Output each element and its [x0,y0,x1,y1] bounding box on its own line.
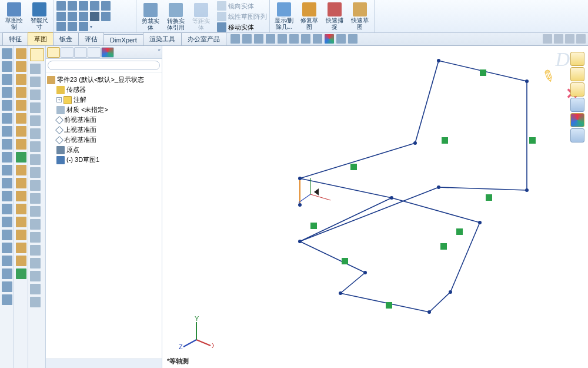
tree-material[interactable]: 材质 <未指定> [47,105,161,115]
spline-icon[interactable] [90,1,99,11]
col1-icon[interactable] [2,268,12,279]
filter-input[interactable] [48,61,160,70]
tree-root[interactable]: 零件23 (默认<默认>_显示状态 [47,75,161,85]
display-style-icon[interactable] [289,34,299,44]
tab-dimxpert[interactable]: DimXpert [103,34,143,45]
col2-icon[interactable] [16,113,26,124]
tree-tab-appear[interactable] [101,47,114,58]
col2-icon[interactable] [16,152,26,163]
poly-icon[interactable] [68,12,77,21]
task-view-palette-icon[interactable] [570,98,584,112]
col2-icon[interactable] [16,139,26,150]
col1-icon[interactable] [2,230,12,240]
col2-icon[interactable] [16,87,26,98]
pt-icon[interactable] [101,12,111,21]
trim-button[interactable]: 剪裁实 体 [139,2,162,32]
task-file-explorer-icon[interactable] [570,82,584,97]
col2-icon[interactable] [16,61,26,72]
tab-sketch[interactable]: 草图 [28,32,54,45]
restore-icon[interactable] [565,34,574,44]
close-icon[interactable] [576,34,586,44]
col2-icon[interactable] [16,48,26,59]
tree-tab-config[interactable] [74,47,87,58]
col1-icon[interactable] [2,178,12,188]
tree-3dsketch[interactable]: (-) 3D草图1 [47,155,161,165]
col2-icon[interactable] [16,230,26,240]
col1-icon[interactable] [2,126,12,137]
col1-icon[interactable] [2,113,12,124]
col2-icon[interactable] [16,74,26,85]
col3-icon[interactable] [30,258,41,268]
tab-render[interactable]: 渲染工具 [143,32,182,45]
col3-icon[interactable] [30,193,41,204]
tree-tab-prop[interactable] [61,47,74,58]
prev-view-icon[interactable] [254,34,263,44]
slot-icon[interactable] [79,12,88,21]
rotate-icon[interactable] [348,34,358,44]
col2-icon[interactable] [16,100,26,111]
snap-button[interactable]: 快速捕 捉 [323,1,346,31]
min-icon[interactable] [543,34,552,44]
task-appearances-icon[interactable] [570,113,584,127]
col1-icon[interactable] [2,191,12,201]
tree-tab-dim[interactable] [88,47,101,58]
col3-icon[interactable] [30,141,41,152]
move-menu[interactable]: 移动实体 [217,22,267,32]
col2-icon[interactable] [16,243,26,253]
section-icon[interactable] [266,34,275,44]
circle-icon[interactable] [68,1,77,11]
tree-right-plane[interactable]: 右视基准面 [47,135,161,145]
col3-icon[interactable] [30,167,41,178]
mirror-menu[interactable]: 镜向实体 [217,1,267,11]
hide-show-icon[interactable] [301,34,310,44]
col2-icon[interactable] [16,268,26,279]
col1-icon[interactable] [2,61,12,72]
task-custom-props-icon[interactable] [570,128,584,142]
col3-icon[interactable] [30,77,41,87]
smart-dimension-button[interactable]: 智能尺 寸 [28,1,51,31]
col3-icon[interactable] [30,271,41,281]
tab-office[interactable]: 办公室产品 [181,32,226,45]
plane-icon[interactable] [79,22,88,31]
scene-icon[interactable] [313,34,322,44]
zoom-fit-icon[interactable] [230,34,240,44]
col2-icon[interactable] [16,178,26,188]
col3-3d-icon[interactable] [30,48,44,61]
chamfer-icon[interactable] [68,22,77,31]
ellipse-icon[interactable] [101,1,111,11]
col3-icon[interactable] [30,115,41,126]
col1-icon[interactable] [2,281,12,292]
feature-tree[interactable]: 零件23 (默认<默认>_显示状态 传感器 +注解 材质 <未指定> 前视基准面… [46,72,162,359]
col3-icon[interactable] [30,64,41,74]
col1-icon[interactable] [2,217,12,227]
col3-icon[interactable] [30,232,41,243]
quick-sketch-button[interactable]: 快速草 图 [348,1,372,31]
tab-features[interactable]: 特征 [2,32,28,45]
col3-icon[interactable] [30,180,41,191]
text-icon[interactable] [90,12,99,21]
col1-icon[interactable] [2,87,12,98]
tree-flyout-icon[interactable]: » [158,47,161,57]
appearance-icon[interactable] [325,34,334,44]
tab-sheetmetal[interactable]: 钣金 [53,32,79,45]
rect-icon[interactable] [56,12,66,21]
view-orient-icon[interactable] [278,34,287,44]
col1-icon[interactable] [2,243,12,253]
col1-icon[interactable] [2,139,12,150]
col3-icon[interactable] [30,245,41,256]
col2-icon[interactable] [16,126,26,137]
col2-icon[interactable] [16,217,26,227]
tree-scrollbar[interactable] [46,359,162,368]
repair-button[interactable]: 修复草 图 [298,1,321,31]
col1-icon[interactable] [2,165,12,175]
task-home-icon[interactable] [570,52,584,66]
graphics-canvas[interactable]: DS ✎ ✕ X Y Z *等轴测 [162,46,588,368]
col2-icon[interactable] [16,204,26,214]
fillet-icon[interactable] [56,22,66,31]
col2-icon[interactable] [16,191,26,201]
sketch-button[interactable]: 草图绘 制 [2,1,26,31]
tree-tab-feature[interactable] [47,47,60,58]
col3-icon[interactable] [30,219,41,230]
line-icon[interactable] [56,1,66,11]
col3-icon[interactable] [30,89,41,100]
